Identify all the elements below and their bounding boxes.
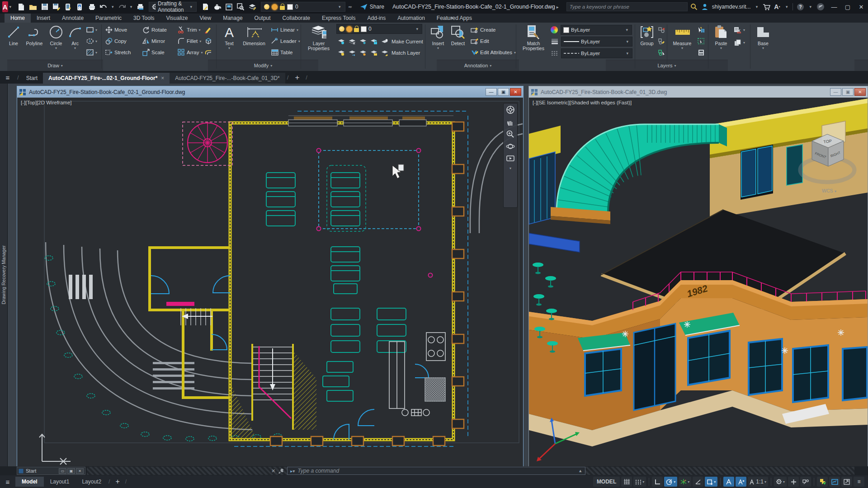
- workspace-caret-icon[interactable]: ▾: [190, 5, 193, 9]
- open-folder-icon[interactable]: [28, 2, 38, 12]
- search-input[interactable]: [566, 2, 688, 11]
- right-viewport[interactable]: [-][SE Isometric][Shaded with edges (Fas…: [529, 98, 868, 466]
- user-avatar-icon[interactable]: [701, 3, 708, 10]
- cut-tool[interactable]: ▾: [734, 24, 745, 36]
- user-caret-icon[interactable]: ▾: [756, 5, 758, 9]
- circle-tool[interactable]: Circle ▾: [46, 24, 66, 58]
- close-tab-icon[interactable]: ×: [161, 75, 164, 81]
- make-current-icon[interactable]: [381, 38, 388, 46]
- ribbon-tab[interactable]: Output: [249, 14, 277, 23]
- create-block-tool[interactable]: Create: [471, 24, 496, 36]
- left-viewport[interactable]: [-][Top][2D Wireframe]: [17, 98, 523, 466]
- ribbon-display-toggle[interactable]: ▫▾: [443, 14, 458, 23]
- start-maximize-button[interactable]: ▣: [67, 468, 75, 474]
- save-icon[interactable]: [40, 2, 50, 12]
- explode-tool[interactable]: [204, 35, 212, 47]
- showmotion-icon[interactable]: [506, 154, 515, 163]
- scale-tool[interactable]: Scale: [142, 47, 165, 58]
- plot-icon[interactable]: [87, 2, 97, 12]
- app-maximize-button[interactable]: ▢: [841, 1, 854, 13]
- paste-tool[interactable]: Paste ▾: [711, 24, 731, 58]
- right-window-minimize-button[interactable]: —: [830, 88, 841, 96]
- open-from-mobile-icon[interactable]: [75, 2, 85, 12]
- zoom-icon[interactable]: [506, 130, 515, 139]
- trim-tool[interactable]: Trim▾: [177, 24, 201, 36]
- ribbon-tab[interactable]: Visualize: [160, 14, 194, 23]
- draw-panel-label[interactable]: Draw▾: [7, 60, 103, 71]
- layer-properties-tool[interactable]: Layer Properties: [304, 24, 334, 58]
- annotation-panel-label[interactable]: Annotation▾: [437, 60, 519, 71]
- rectangle-tool[interactable]: ▾: [86, 24, 97, 36]
- make-current-label[interactable]: Make Current: [392, 39, 423, 44]
- app-minimize-button[interactable]: —: [827, 1, 841, 13]
- command-history-caret-icon[interactable]: ▲: [578, 469, 582, 473]
- array-tool[interactable]: Array▾: [177, 47, 203, 58]
- text-tool[interactable]: A Text ▾: [219, 24, 239, 58]
- file-tab-ground-floor[interactable]: AutoCAD-FY25_Fire-...02-1_Ground-Floor*×: [43, 73, 170, 84]
- redo-icon[interactable]: [117, 2, 127, 12]
- ungroup-tool[interactable]: [658, 24, 665, 36]
- undo-caret-icon[interactable]: ▾: [112, 5, 114, 9]
- dimension-tool[interactable]: Dimension: [240, 24, 268, 58]
- sheet-icon[interactable]: [200, 2, 210, 12]
- pan-hand-icon[interactable]: [506, 117, 515, 127]
- lineweight-dropdown[interactable]: ByLayer▾: [561, 37, 632, 47]
- grid-toggle[interactable]: [621, 477, 632, 487]
- new-file-icon[interactable]: [16, 2, 26, 12]
- base-view-tool[interactable]: Base ▾: [753, 24, 773, 58]
- ellipse-tool[interactable]: ▾: [86, 35, 97, 47]
- snap-toggle[interactable]: ▾: [633, 477, 646, 487]
- layer-thaw-icon[interactable]: [359, 49, 367, 57]
- ribbon-tab[interactable]: Manage: [217, 14, 248, 23]
- undo-icon[interactable]: [99, 2, 108, 12]
- redo-caret-icon[interactable]: ▾: [130, 5, 132, 9]
- stretch-tool[interactable]: Stretch: [105, 47, 131, 58]
- layout-menu-icon[interactable]: ≡: [0, 478, 15, 486]
- measure-tool[interactable]: Measure ▾: [670, 24, 694, 58]
- ribbon-tab[interactable]: Collaborate: [277, 14, 316, 23]
- right-window-titlebar[interactable]: AutoCAD-FY25_Fire-Station-Book-Cafe_01_3…: [529, 86, 868, 98]
- layout-tab[interactable]: Model: [15, 477, 44, 487]
- layout-tab[interactable]: Layout2: [75, 477, 108, 487]
- mirror-tool[interactable]: Mirror: [142, 35, 165, 47]
- start-restore-button[interactable]: ▭: [59, 468, 66, 474]
- group-edit-tool[interactable]: [658, 35, 665, 47]
- drawing-recovery-manager-tab[interactable]: Drawing Recovery Manager: [0, 84, 8, 466]
- new-tab-button[interactable]: +: [295, 73, 299, 82]
- quick-properties-toggle[interactable]: [800, 477, 811, 487]
- left-window-close-button[interactable]: ✕: [510, 88, 521, 96]
- copy-tool[interactable]: Copy: [105, 35, 127, 47]
- batch-plot-icon[interactable]: [135, 2, 145, 12]
- autodesk-logo-icon[interactable]: A·: [774, 3, 781, 10]
- render-teapot-icon[interactable]: [212, 2, 222, 12]
- title-expand-icon[interactable]: ▸: [557, 5, 559, 9]
- autocad-logo-button[interactable]: A: [2, 1, 8, 12]
- ribbon-tab[interactable]: View: [193, 14, 217, 23]
- ribbon-tab[interactable]: Home: [5, 14, 31, 23]
- block-panel-label[interactable]: Block▾: [854, 60, 868, 71]
- layer-lock-tool-icon[interactable]: [370, 38, 377, 46]
- app-store-cart-icon[interactable]: [763, 4, 770, 10]
- navigation-bar[interactable]: ▾: [503, 103, 518, 208]
- app-menu-caret-icon[interactable]: ▾: [9, 5, 12, 9]
- steering-wheel-icon[interactable]: [506, 105, 515, 114]
- share-button[interactable]: Share: [360, 4, 384, 10]
- insert-block-tool[interactable]: Insert ▾: [428, 24, 448, 58]
- preview-magnifier-icon[interactable]: [236, 2, 245, 12]
- command-input-wrap[interactable]: ▸▾ ▲: [287, 467, 585, 475]
- erase-tool[interactable]: [204, 24, 212, 36]
- graphics-performance-toggle[interactable]: [817, 477, 828, 487]
- layer-dropdown-caret-icon[interactable]: ▾: [339, 5, 341, 9]
- help-caret-icon[interactable]: ▾: [809, 5, 811, 9]
- command-wrench-icon[interactable]: [278, 468, 284, 474]
- annotation-visibility-toggle[interactable]: [723, 477, 734, 487]
- layer-edit-icon[interactable]: [247, 2, 257, 12]
- orbit-icon[interactable]: [506, 142, 515, 151]
- workspace-switcher[interactable]: Drafting & Annotation ▾: [149, 2, 197, 12]
- linear-dimension-tool[interactable]: Linear▾: [271, 24, 298, 36]
- qat-overflow-icon[interactable]: ≂: [348, 4, 352, 10]
- edit-attributes-tool[interactable]: Edit Attributes▾: [471, 47, 516, 58]
- move-tool[interactable]: Move: [105, 24, 127, 36]
- isometric-drafting-toggle[interactable]: ▾: [679, 477, 691, 487]
- layer-off-icon[interactable]: [337, 38, 345, 46]
